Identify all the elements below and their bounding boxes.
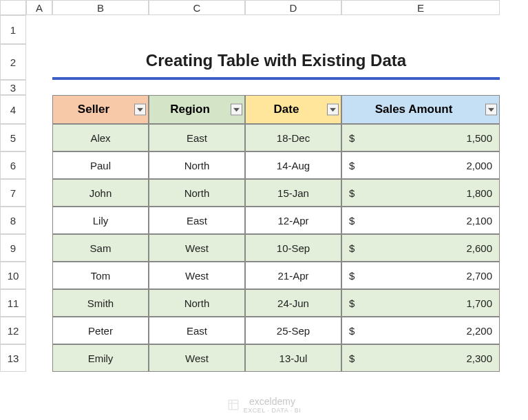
cell-region[interactable]: North [149, 289, 245, 317]
filter-button-seller[interactable] [134, 104, 146, 116]
currency-symbol: $ [349, 270, 360, 282]
cell-amount[interactable]: $2,000 [341, 151, 500, 179]
select-all-corner[interactable] [0, 0, 26, 15]
cell-region[interactable]: North [149, 179, 245, 207]
currency-symbol: $ [349, 160, 360, 171]
chevron-down-icon [488, 107, 494, 112]
cell-date[interactable]: 13-Jul [245, 344, 341, 372]
cell-seller[interactable]: Smith [52, 289, 149, 317]
cell-date[interactable]: 21-Apr [245, 262, 341, 289]
cell-amount[interactable]: $1,800 [341, 179, 500, 207]
column-A-blank[interactable] [26, 15, 52, 372]
row-head-8[interactable]: 8 [0, 207, 26, 234]
cell-seller[interactable]: Peter [52, 317, 149, 344]
cell-amount[interactable]: $2,600 [341, 234, 500, 262]
currency-symbol: $ [349, 325, 360, 337]
amount-value: 1,500 [360, 132, 492, 144]
page-title[interactable]: Creating Table with Existing Data [52, 44, 500, 80]
currency-symbol: $ [349, 242, 360, 254]
col-head-B[interactable]: B [52, 0, 149, 15]
cell-amount[interactable]: $2,200 [341, 317, 500, 344]
cell-date[interactable]: 12-Apr [245, 207, 341, 234]
row-head-1[interactable]: 1 [0, 15, 26, 44]
cell-region[interactable]: East [149, 317, 245, 344]
row-head-9[interactable]: 9 [0, 234, 26, 262]
row-head-6[interactable]: 6 [0, 151, 26, 179]
amount-value: 2,700 [360, 270, 492, 282]
cell-date[interactable]: 15-Jan [245, 179, 341, 207]
header-region[interactable]: Region [149, 95, 245, 124]
amount-value: 1,700 [360, 297, 492, 309]
header-amount-label: Sales Amount [375, 103, 453, 116]
cell-amount[interactable]: $1,500 [341, 124, 500, 151]
cell-date[interactable]: 24-Jun [245, 289, 341, 317]
cell-date[interactable]: 14-Aug [245, 151, 341, 179]
chevron-down-icon [233, 107, 240, 112]
amount-value: 2,000 [360, 160, 492, 171]
col-head-D[interactable]: D [245, 0, 341, 15]
row-head-10[interactable]: 10 [0, 262, 26, 289]
col-head-E[interactable]: E [341, 0, 500, 15]
row-head-2[interactable]: 2 [0, 44, 26, 80]
cell-seller[interactable]: Paul [52, 151, 149, 179]
currency-symbol: $ [349, 215, 360, 227]
chevron-down-icon [137, 107, 143, 112]
chevron-down-icon [330, 107, 336, 112]
filter-button-date[interactable] [327, 104, 339, 116]
row-head-5[interactable]: 5 [0, 124, 26, 151]
header-seller[interactable]: Seller [52, 95, 149, 124]
row-head-13[interactable]: 13 [0, 344, 26, 372]
watermark-tagline: EXCEL · DATA · BI [244, 407, 301, 414]
cell-region[interactable]: East [149, 124, 245, 151]
header-seller-label: Seller [78, 103, 109, 116]
cell-date[interactable]: 10-Sep [245, 234, 341, 262]
filter-button-region[interactable] [231, 104, 242, 116]
row-head-4[interactable]: 4 [0, 95, 26, 124]
cell-date[interactable]: 25-Sep [245, 317, 341, 344]
cell-seller[interactable]: Lily [52, 207, 149, 234]
col-head-C[interactable]: C [149, 0, 245, 15]
cell-seller[interactable]: Sam [52, 234, 149, 262]
row-1-blank[interactable] [52, 15, 500, 44]
currency-symbol: $ [349, 132, 360, 144]
amount-value: 2,100 [360, 215, 492, 227]
cell-region[interactable]: West [149, 344, 245, 372]
row-head-12[interactable]: 12 [0, 317, 26, 344]
header-amount[interactable]: Sales Amount [341, 95, 500, 124]
row-head-7[interactable]: 7 [0, 179, 26, 207]
currency-symbol: $ [349, 353, 360, 364]
row-head-11[interactable]: 11 [0, 289, 26, 317]
currency-symbol: $ [349, 297, 360, 309]
cell-date[interactable]: 18-Dec [245, 124, 341, 151]
col-head-A[interactable]: A [26, 0, 52, 15]
cell-seller[interactable]: Emily [52, 344, 149, 372]
header-region-label: Region [170, 103, 210, 116]
cell-region[interactable]: East [149, 207, 245, 234]
cell-region[interactable]: North [149, 151, 245, 179]
cell-seller[interactable]: John [52, 179, 149, 207]
cell-seller[interactable]: Tom [52, 262, 149, 289]
cell-seller[interactable]: Alex [52, 124, 149, 151]
header-date-label: Date [274, 103, 299, 116]
currency-symbol: $ [349, 187, 360, 199]
amount-value: 2,300 [360, 353, 492, 364]
header-date[interactable]: Date [245, 95, 341, 124]
amount-value: 2,200 [360, 325, 492, 337]
cell-amount[interactable]: $2,100 [341, 207, 500, 234]
cell-amount[interactable]: $2,300 [341, 344, 500, 372]
filter-button-amount[interactable] [485, 104, 497, 116]
watermark: exceldemy EXCEL · DATA · BI [0, 396, 528, 414]
cell-amount[interactable]: $1,700 [341, 289, 500, 317]
watermark-brand: exceldemy [249, 396, 295, 407]
spreadsheet-grid: A B C D E 1 2 3 4 5 6 7 8 9 10 11 12 13 … [0, 0, 528, 372]
logo-icon [227, 399, 240, 411]
row-3-blank[interactable] [52, 80, 500, 95]
cell-region[interactable]: West [149, 262, 245, 289]
amount-value: 2,600 [360, 242, 492, 254]
cell-amount[interactable]: $2,700 [341, 262, 500, 289]
row-head-3[interactable]: 3 [0, 80, 26, 95]
cell-region[interactable]: West [149, 234, 245, 262]
amount-value: 1,800 [360, 187, 492, 199]
